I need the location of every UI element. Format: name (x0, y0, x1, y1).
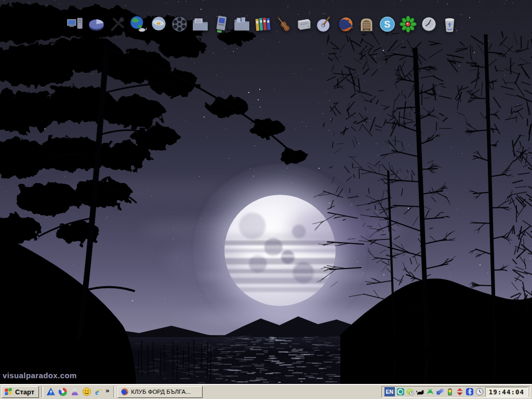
color-disc-icon[interactable] (58, 387, 68, 396)
external-drive-icon[interactable] (295, 11, 313, 33)
lightning-pyramid-icon[interactable] (46, 387, 56, 396)
red-updown-icon[interactable] (456, 388, 464, 396)
quick-launch: e (45, 387, 104, 396)
taskbar-divider (41, 386, 43, 397)
green-messenger-icon[interactable] (426, 388, 434, 396)
earth-globe-icon[interactable] (129, 11, 147, 33)
recycle-bin-icon[interactable] (441, 11, 459, 33)
bluetooth-icon[interactable] (466, 388, 474, 396)
firefox-icon (121, 388, 129, 396)
language-indicator[interactable]: EN (384, 387, 395, 396)
quicklaunch-overflow-chevron[interactable]: » (105, 387, 109, 394)
internet-explorer-icon[interactable]: e (94, 387, 103, 396)
svg-text:S: S (384, 19, 390, 30)
teal-monitor-icon[interactable] (396, 388, 405, 396)
system-tray: EN 19:44:04 (381, 386, 530, 398)
vintage-radio-icon[interactable] (357, 11, 376, 33)
binders-icon[interactable] (254, 11, 272, 33)
documents-folder-icon[interactable] (191, 11, 209, 33)
yellow-smiley-icon[interactable] (82, 387, 91, 396)
taskbar: Старт e » КЛУБ ФОРД БЪЛГА... EN 19:44:04 (0, 384, 532, 399)
paint-cd-icon[interactable] (316, 11, 334, 33)
tree-silhouettes (0, 0, 532, 384)
alarm-clock-icon[interactable] (420, 11, 438, 33)
start-button[interactable]: Старт (2, 386, 39, 398)
pie-chart-icon[interactable] (87, 11, 105, 33)
windows-logo-icon (4, 388, 13, 396)
green-scheduler-icon[interactable] (406, 388, 415, 396)
battery-icon[interactable] (446, 388, 454, 396)
computer-icon[interactable] (66, 11, 85, 33)
gray-clock-icon[interactable] (475, 388, 484, 396)
dark-tools-icon[interactable] (108, 11, 126, 33)
taskbar-clock[interactable]: 19:44:04 (485, 387, 528, 397)
window-button-label: КЛУБ ФОРД БЪЛГА... (131, 389, 190, 395)
start-label: Старт (15, 388, 34, 396)
dock: S (66, 8, 459, 33)
blue-network-icon[interactable] (436, 388, 444, 396)
black-dog-icon[interactable] (416, 388, 424, 396)
messenger-figure-icon[interactable] (70, 387, 79, 396)
cloud-globe-icon[interactable] (150, 11, 168, 33)
desktop: visualparadox.com S Старт e » КЛУБ ФОРД … (0, 0, 532, 399)
watermark: visualparadox.com (3, 371, 77, 380)
wallpaper: visualparadox.com (0, 0, 532, 384)
taskbar-divider (113, 386, 115, 397)
tray-icons (396, 388, 484, 396)
skype-icon[interactable]: S (378, 11, 396, 33)
handheld-scanner-icon[interactable] (212, 11, 230, 33)
files-folder-icon[interactable] (233, 11, 251, 33)
window-button-firefox[interactable]: КЛУБ ФОРД БЪЛГА... (117, 386, 203, 398)
firefox-planet-icon[interactable] (337, 11, 355, 33)
violin-icon[interactable] (274, 11, 292, 33)
film-reel-icon[interactable] (170, 11, 189, 33)
icq-flower-icon[interactable] (399, 11, 417, 33)
